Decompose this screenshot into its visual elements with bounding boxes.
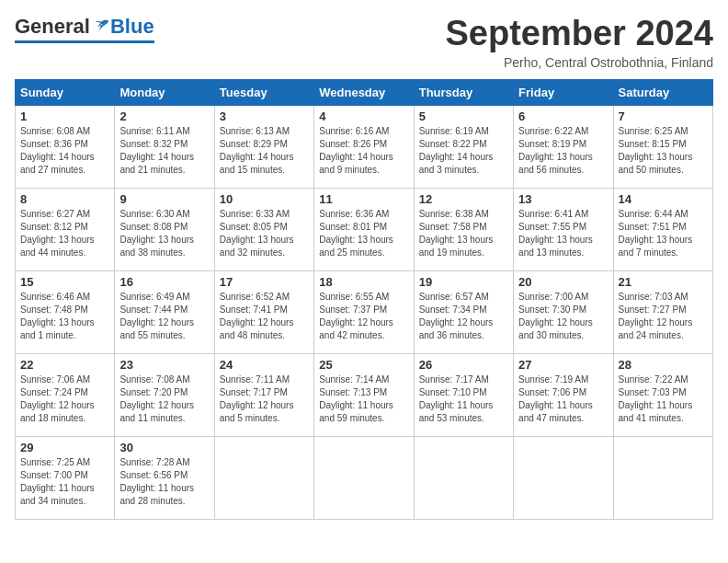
day-number: 30 xyxy=(119,441,209,454)
calendar-cell: 10 Sunrise: 6:33 AMSunset: 8:05 PMDaylig… xyxy=(214,188,313,270)
day-number: 22 xyxy=(20,358,109,372)
day-info: Sunrise: 7:28 AMSunset: 6:56 PMDaylight:… xyxy=(119,457,194,506)
calendar-cell: 27 Sunrise: 7:19 AMSunset: 7:06 PMDaylig… xyxy=(514,353,613,436)
day-info: Sunrise: 7:06 AMSunset: 7:24 PMDaylight:… xyxy=(20,374,95,423)
day-info: Sunrise: 6:08 AMSunset: 8:36 PMDaylight:… xyxy=(20,126,95,175)
day-info: Sunrise: 7:17 AMSunset: 7:10 PMDaylight:… xyxy=(419,374,494,423)
day-info: Sunrise: 7:08 AMSunset: 7:20 PMDaylight:… xyxy=(119,374,194,423)
day-number: 24 xyxy=(220,358,309,372)
calendar-cell: 23 Sunrise: 7:08 AMSunset: 7:20 PMDaylig… xyxy=(115,353,214,436)
day-info: Sunrise: 6:46 AMSunset: 7:48 PMDaylight:… xyxy=(20,292,95,340)
day-info: Sunrise: 6:33 AMSunset: 8:05 PMDaylight:… xyxy=(220,209,294,258)
logo-bird-icon xyxy=(92,17,110,36)
day-number: 9 xyxy=(119,192,209,206)
calendar-cell: 30 Sunrise: 7:28 AMSunset: 6:56 PMDaylig… xyxy=(115,436,214,519)
day-number: 1 xyxy=(20,109,109,123)
day-info: Sunrise: 6:38 AMSunset: 7:58 PMDaylight:… xyxy=(419,209,494,258)
day-info: Sunrise: 6:27 AMSunset: 8:12 PMDaylight:… xyxy=(20,209,95,258)
title-block: September 2024 Perho, Central Ostrobothn… xyxy=(446,15,714,70)
day-info: Sunrise: 7:03 AMSunset: 7:27 PMDaylight:… xyxy=(619,292,693,340)
location-subtitle: Perho, Central Ostrobothnia, Finland xyxy=(446,55,714,70)
calendar-cell: 11 Sunrise: 6:36 AMSunset: 8:01 PMDaylig… xyxy=(314,188,414,270)
calendar-cell: 12 Sunrise: 6:38 AMSunset: 7:58 PMDaylig… xyxy=(414,188,513,270)
day-number: 2 xyxy=(119,109,209,123)
month-title: September 2024 xyxy=(446,15,714,53)
calendar-week-row-3: 15 Sunrise: 6:46 AMSunset: 7:48 PMDaylig… xyxy=(16,270,713,353)
calendar-cell: 15 Sunrise: 6:46 AMSunset: 7:48 PMDaylig… xyxy=(16,270,115,353)
day-number: 11 xyxy=(319,192,408,206)
day-info: Sunrise: 7:19 AMSunset: 7:06 PMDaylight:… xyxy=(518,374,593,423)
day-info: Sunrise: 6:41 AMSunset: 7:55 PMDaylight:… xyxy=(518,209,593,258)
day-number: 12 xyxy=(419,192,508,206)
logo-general: General xyxy=(15,15,90,39)
calendar-cell: 7 Sunrise: 6:25 AMSunset: 8:15 PMDayligh… xyxy=(613,105,712,188)
day-info: Sunrise: 6:25 AMSunset: 8:15 PMDaylight:… xyxy=(619,126,693,175)
calendar-cell xyxy=(314,436,414,519)
day-number: 13 xyxy=(518,192,608,206)
logo-blue: Blue xyxy=(110,15,154,39)
day-info: Sunrise: 7:22 AMSunset: 7:03 PMDaylight:… xyxy=(619,374,693,423)
day-number: 15 xyxy=(20,275,109,289)
calendar-cell xyxy=(414,436,513,519)
day-number: 3 xyxy=(220,109,309,123)
logo-underline xyxy=(15,40,154,43)
calendar-week-row-2: 8 Sunrise: 6:27 AMSunset: 8:12 PMDayligh… xyxy=(16,188,713,270)
day-number: 21 xyxy=(619,275,708,289)
day-info: Sunrise: 6:30 AMSunset: 8:08 PMDaylight:… xyxy=(119,209,194,258)
calendar-cell xyxy=(214,436,313,519)
calendar-header-thursday: Thursday xyxy=(414,79,513,105)
day-number: 26 xyxy=(419,358,508,372)
calendar-cell: 19 Sunrise: 6:57 AMSunset: 7:34 PMDaylig… xyxy=(414,270,513,353)
calendar-cell: 9 Sunrise: 6:30 AMSunset: 8:08 PMDayligh… xyxy=(115,188,214,270)
logo: General Blue xyxy=(15,15,154,43)
calendar-cell: 22 Sunrise: 7:06 AMSunset: 7:24 PMDaylig… xyxy=(16,353,115,436)
day-number: 14 xyxy=(619,192,708,206)
calendar-header-monday: Monday xyxy=(115,79,214,105)
calendar-cell: 28 Sunrise: 7:22 AMSunset: 7:03 PMDaylig… xyxy=(613,353,712,436)
calendar-cell: 17 Sunrise: 6:52 AMSunset: 7:41 PMDaylig… xyxy=(214,270,313,353)
calendar-cell: 16 Sunrise: 6:49 AMSunset: 7:44 PMDaylig… xyxy=(115,270,214,353)
calendar-week-row-4: 22 Sunrise: 7:06 AMSunset: 7:24 PMDaylig… xyxy=(16,353,713,436)
calendar-header-tuesday: Tuesday xyxy=(214,79,313,105)
day-info: Sunrise: 6:19 AMSunset: 8:22 PMDaylight:… xyxy=(419,126,494,175)
day-info: Sunrise: 6:36 AMSunset: 8:01 PMDaylight:… xyxy=(319,209,393,258)
day-number: 4 xyxy=(319,109,408,123)
calendar-week-row-5: 29 Sunrise: 7:25 AMSunset: 7:00 PMDaylig… xyxy=(16,436,713,519)
calendar-cell: 4 Sunrise: 6:16 AMSunset: 8:26 PMDayligh… xyxy=(314,105,414,188)
day-info: Sunrise: 6:16 AMSunset: 8:26 PMDaylight:… xyxy=(319,126,393,175)
day-number: 25 xyxy=(319,358,408,372)
day-number: 19 xyxy=(419,275,508,289)
day-info: Sunrise: 6:44 AMSunset: 7:51 PMDaylight:… xyxy=(619,209,693,258)
calendar-week-row-1: 1 Sunrise: 6:08 AMSunset: 8:36 PMDayligh… xyxy=(16,105,713,188)
calendar-cell: 24 Sunrise: 7:11 AMSunset: 7:17 PMDaylig… xyxy=(214,353,313,436)
day-number: 29 xyxy=(20,441,109,454)
calendar-header-friday: Friday xyxy=(514,79,613,105)
calendar-cell: 26 Sunrise: 7:17 AMSunset: 7:10 PMDaylig… xyxy=(414,353,513,436)
page-header: General Blue September 2024 Perho, Centr… xyxy=(15,15,713,70)
calendar-cell xyxy=(514,436,613,519)
day-number: 10 xyxy=(220,192,309,206)
day-info: Sunrise: 6:52 AMSunset: 7:41 PMDaylight:… xyxy=(220,292,294,340)
calendar-cell: 1 Sunrise: 6:08 AMSunset: 8:36 PMDayligh… xyxy=(16,105,115,188)
day-number: 23 xyxy=(119,358,209,372)
day-info: Sunrise: 7:25 AMSunset: 7:00 PMDaylight:… xyxy=(20,457,95,506)
day-number: 18 xyxy=(319,275,408,289)
day-info: Sunrise: 6:57 AMSunset: 7:34 PMDaylight:… xyxy=(419,292,494,340)
calendar-cell: 14 Sunrise: 6:44 AMSunset: 7:51 PMDaylig… xyxy=(613,188,712,270)
day-number: 17 xyxy=(220,275,309,289)
day-number: 6 xyxy=(518,109,608,123)
day-info: Sunrise: 7:11 AMSunset: 7:17 PMDaylight:… xyxy=(220,374,294,423)
calendar-cell: 18 Sunrise: 6:55 AMSunset: 7:37 PMDaylig… xyxy=(314,270,414,353)
calendar-cell: 13 Sunrise: 6:41 AMSunset: 7:55 PMDaylig… xyxy=(514,188,613,270)
calendar-cell xyxy=(613,436,712,519)
calendar-table: SundayMondayTuesdayWednesdayThursdayFrid… xyxy=(15,79,713,520)
calendar-cell: 6 Sunrise: 6:22 AMSunset: 8:19 PMDayligh… xyxy=(514,105,613,188)
day-number: 27 xyxy=(518,358,608,372)
calendar-header-sunday: Sunday xyxy=(16,79,115,105)
calendar-cell: 20 Sunrise: 7:00 AMSunset: 7:30 PMDaylig… xyxy=(514,270,613,353)
calendar-header-row: SundayMondayTuesdayWednesdayThursdayFrid… xyxy=(16,79,713,105)
day-info: Sunrise: 6:22 AMSunset: 8:19 PMDaylight:… xyxy=(518,126,593,175)
calendar-cell: 5 Sunrise: 6:19 AMSunset: 8:22 PMDayligh… xyxy=(414,105,513,188)
calendar-header-wednesday: Wednesday xyxy=(314,79,414,105)
calendar-cell: 21 Sunrise: 7:03 AMSunset: 7:27 PMDaylig… xyxy=(613,270,712,353)
